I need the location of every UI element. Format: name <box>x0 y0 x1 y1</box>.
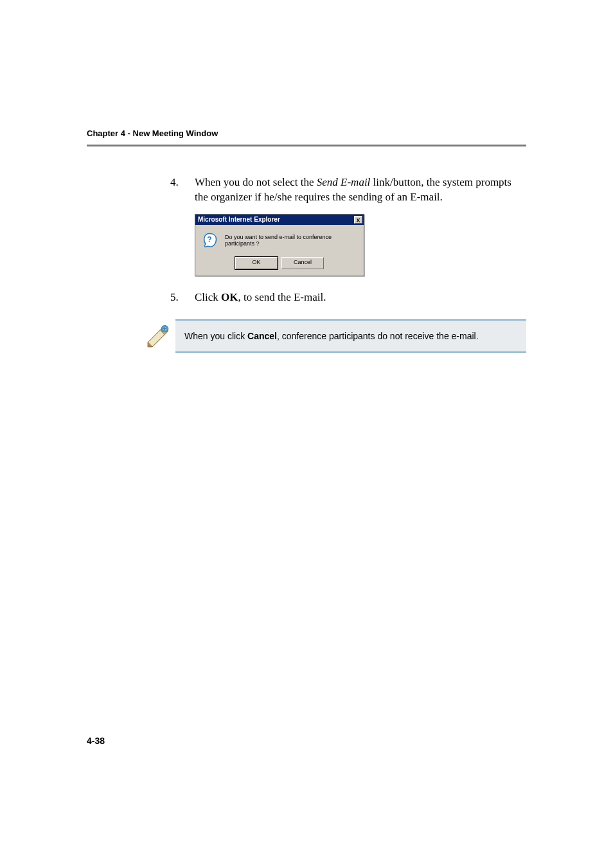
step-text-part2: , to send the E-mail. <box>238 291 326 303</box>
step-5: 5. Click OK, to send the E-mail. <box>170 290 526 305</box>
dialog-title: Microsoft Internet Explorer <box>198 216 280 223</box>
question-icon: ? <box>202 233 217 248</box>
dialog-body: ? Do you want to send e-mail to conferen… <box>195 225 364 276</box>
page-header: Chapter 4 - New Meeting Window <box>87 128 526 145</box>
note-text-part1: When you click <box>184 331 247 341</box>
dialog-titlebar: Microsoft Internet Explorer X <box>195 215 364 225</box>
step-text-bold: OK <box>221 291 238 303</box>
note-icon <box>145 323 175 353</box>
dialog: Microsoft Internet Explorer X ? Do you w… <box>195 214 364 276</box>
note-box: When you click Cancel, conference partic… <box>145 319 526 353</box>
step-number: 5. <box>170 290 195 305</box>
close-icon[interactable]: X <box>354 216 362 224</box>
step-number: 4. <box>170 175 195 205</box>
step-4: 4. When you do not select the Send E-mai… <box>170 175 526 205</box>
step-text-part1: Click <box>195 291 221 303</box>
cancel-button[interactable]: Cancel <box>281 257 324 269</box>
note-text-part2: , conference participants do not receive… <box>277 331 479 341</box>
note-content: When you click Cancel, conference partic… <box>175 319 526 353</box>
svg-text:?: ? <box>207 235 211 244</box>
note-text-bold: Cancel <box>247 331 277 341</box>
dialog-message: Do you want to send e-mail to conference… <box>225 234 357 247</box>
dialog-screenshot: Microsoft Internet Explorer X ? Do you w… <box>195 214 526 276</box>
page-number: 4-38 <box>87 736 105 746</box>
step-text: When you do not select the Send E-mail l… <box>195 175 526 205</box>
header-divider <box>87 145 526 146</box>
step-text: Click OK, to send the E-mail. <box>195 290 526 305</box>
step-text-part1: When you do not select the <box>195 176 317 188</box>
ok-button[interactable]: OK <box>235 257 278 269</box>
step-text-italic: Send E-mail <box>317 176 371 188</box>
body-content: 4. When you do not select the Send E-mai… <box>170 175 526 305</box>
